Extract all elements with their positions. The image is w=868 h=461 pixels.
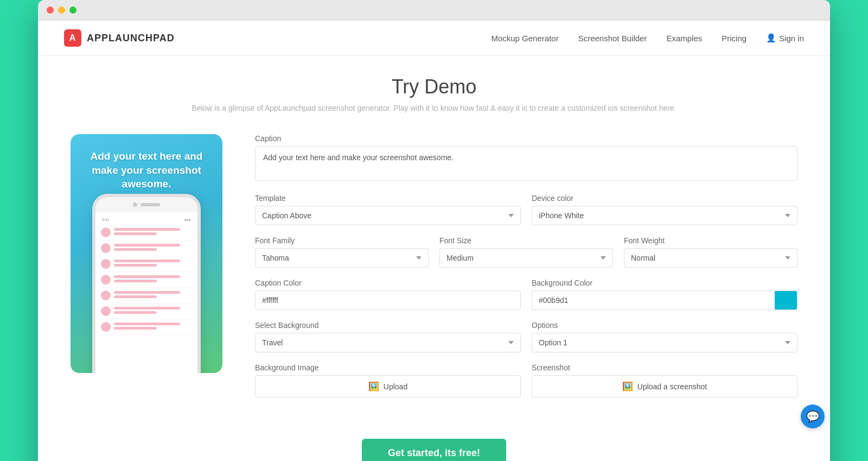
device-color-select[interactable]: iPhone White iPhone Black iPhone Gold iP… [532,206,797,225]
caption-color-input[interactable]: #ffffff [255,291,521,310]
cta-area: Get started, its free! [38,430,830,461]
nav-pricing[interactable]: Pricing [722,34,746,43]
caption-textarea[interactable]: Add your text here and make your screens… [255,146,797,181]
list-lines [114,244,192,252]
upload-label: Upload [384,382,407,391]
navbar: A APPLAUNCHPAD Mockup Generator Screensh… [38,21,830,56]
list-line [114,228,180,231]
background-color-wrapper: #00b9d1 [532,291,797,310]
background-color-col: Background Color #00b9d1 [532,279,797,310]
template-col: Template Caption Above Caption Below Cap… [255,194,521,225]
browser-window: A APPLAUNCHPAD Mockup Generator Screensh… [38,0,830,461]
select-background-label: Select Background [255,321,521,330]
list-item [99,241,194,256]
list-avatar [101,291,111,300]
color-row: Caption Color #ffffff Background Color #… [255,279,797,310]
list-lines [114,291,192,300]
list-line [114,244,180,247]
list-avatar [101,322,111,332]
nav-screenshot-builder[interactable]: Screenshot Builder [578,34,647,43]
nav-links: Mockup Generator Screenshot Builder Exam… [491,33,804,43]
list-line [114,311,157,314]
template-select[interactable]: Caption Above Caption Below Caption Left… [255,206,521,225]
font-weight-col: Font Weight Normal Bold Light [624,236,797,268]
nav-sign-in[interactable]: 👤 Sign in [766,33,804,43]
list-line [114,248,157,251]
caption-label: Caption [255,134,797,143]
minimize-dot[interactable] [58,7,65,14]
logo-icon: A [64,29,81,47]
phone-caption: Add your text here and make your screens… [71,134,222,200]
list-item [99,288,194,304]
list-lines [114,260,192,268]
list-line [114,295,157,298]
font-family-select[interactable]: Tahoma Arial Helvetica Georgia [255,248,429,268]
get-started-button[interactable]: Get started, its free! [362,439,506,461]
list-line [114,260,180,262]
caption-color-col: Caption Color #ffffff [255,279,521,310]
chat-icon: 💬 [806,410,820,423]
select-background-select[interactable]: Travel Nature City Abstract Business [255,333,521,352]
font-size-col: Font Size Small Medium Large X-Large [439,236,613,268]
list-line [114,275,180,278]
list-avatar [101,243,111,253]
list-lines [114,323,192,331]
list-line [114,327,157,330]
upload-screenshot-label: Upload a screenshot [637,382,707,391]
background-color-input[interactable]: #00b9d1 [532,291,775,310]
list-item [99,256,194,272]
close-dot[interactable] [47,7,54,14]
color-swatch[interactable] [775,291,797,310]
list-line [114,307,180,310]
signin-label: Sign in [779,34,804,43]
phone-mockup: Add your text here and make your screens… [71,134,222,373]
device-color-label: Device color [532,194,797,203]
list-avatar [101,228,111,237]
chat-widget[interactable]: 💬 [801,405,825,428]
logo-text: APPLAUNCHPAD [87,33,175,44]
upload-row: Background Image 🖼️ Upload Screenshot 🖼️… [255,363,797,397]
background-color-label: Background Color [532,279,797,287]
maximize-dot[interactable] [69,7,76,14]
hero-title: Try Demo [38,75,830,98]
hero-subtitle: Below is a glimpse of AppLaunchpad scree… [38,104,830,112]
template-label: Template [255,194,521,203]
options-select[interactable]: Option 1 Option 2 Option 3 [532,333,797,352]
upload-icon: 🖼️ [368,381,379,391]
browser-toolbar [38,0,830,21]
font-family-col: Font Family Tahoma Arial Helvetica Georg… [255,236,429,268]
list-line [114,291,180,294]
font-family-label: Font Family [255,236,429,245]
caption-color-label: Caption Color [255,279,521,287]
list-lines [114,228,192,237]
phone-device: 9:41 ●●● [92,194,201,373]
select-background-col: Select Background Travel Nature City Abs… [255,321,521,352]
list-line [114,323,180,325]
list-line [114,264,157,267]
device-color-col: Device color iPhone White iPhone Black i… [532,194,797,225]
upload-screenshot-button[interactable]: 🖼️ Upload a screenshot [532,375,797,397]
logo-letter: A [69,33,76,43]
nav-examples[interactable]: Examples [666,34,702,43]
nav-mockup-generator[interactable]: Mockup Generator [491,34,558,43]
options-col: Options Option 1 Option 2 Option 3 [532,321,797,352]
font-size-select[interactable]: Small Medium Large X-Large [439,248,613,268]
upload-background-button[interactable]: 🖼️ Upload [255,375,521,397]
font-weight-select[interactable]: Normal Bold Light [624,248,797,268]
logo[interactable]: A APPLAUNCHPAD [64,29,175,47]
list-item [99,225,194,241]
phone-speaker [141,203,160,206]
phone-notch [95,197,197,212]
phone-screen: 9:41 ●●● [95,212,197,373]
template-device-row: Template Caption Above Caption Below Cap… [255,194,797,225]
screenshot-upload-icon: 🖼️ [622,381,633,391]
list-lines [114,307,192,315]
list-avatar [101,259,111,269]
form-area: Caption Add your text here and make your… [255,134,797,408]
background-image-label: Background Image [255,363,521,372]
caption-group: Caption Add your text here and make your… [255,134,797,183]
background-image-col: Background Image 🖼️ Upload [255,363,521,397]
list-avatar [101,275,111,285]
browser-content: A APPLAUNCHPAD Mockup Generator Screensh… [38,21,830,461]
hero-section: Try Demo Below is a glimpse of AppLaunch… [38,56,830,123]
